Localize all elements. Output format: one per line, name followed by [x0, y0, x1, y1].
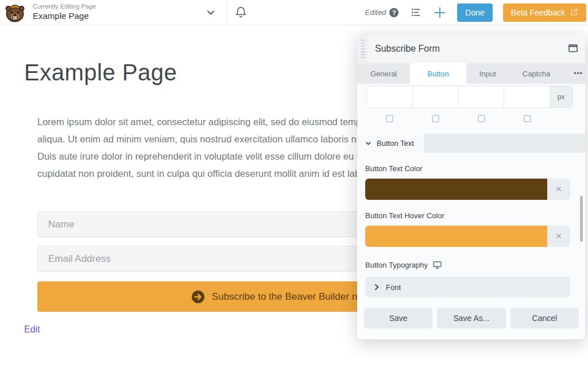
dimension-input-right[interactable]: [413, 86, 459, 107]
page-switcher-chevron-down-icon[interactable]: [205, 7, 216, 18]
tab-button[interactable]: Button: [410, 63, 466, 84]
tab-overflow-menu[interactable]: •••: [563, 63, 585, 84]
tab-captcha[interactable]: Captcha: [509, 63, 563, 84]
page-heading: Example Page: [24, 60, 177, 86]
save-button[interactable]: Save: [364, 308, 432, 328]
cancel-button[interactable]: Cancel: [510, 308, 579, 328]
dimension-input-top[interactable]: [367, 86, 413, 107]
responsive-monitor-icon[interactable]: [433, 261, 442, 269]
add-content-plus-icon[interactable]: [433, 6, 447, 20]
beta-feedback-button[interactable]: Beta Feedback: [503, 3, 586, 22]
button-typography-label: Button Typography: [365, 261, 570, 269]
topbar-divider: [226, 0, 227, 25]
link-toggle-icon[interactable]: [432, 115, 439, 122]
top-bar: Currently Editing Page Example Page Edit…: [0, 0, 588, 25]
chevron-down-icon: [365, 140, 372, 146]
save-as-button[interactable]: Save As...: [437, 308, 505, 328]
button-text-hover-color-label: Button Text Hover Color: [365, 211, 570, 220]
dimension-link-toggles: [366, 113, 573, 124]
dimension-input-left[interactable]: [504, 86, 550, 107]
chevron-right-icon: [374, 284, 380, 291]
external-link-icon: [570, 8, 578, 17]
panel-header: Subscribe Form: [357, 34, 585, 63]
beaver-builder-editor: Currently Editing Page Example Page Edit…: [0, 0, 588, 379]
done-button-label: Done: [465, 8, 484, 17]
dimension-input-bottom[interactable]: [459, 86, 505, 107]
panel-tab-bar: General Button Input Captcha •••: [357, 63, 585, 84]
topbar-actions: Edited ? Done Beta Feedback: [365, 0, 586, 25]
editing-page-title: Example Page: [33, 11, 96, 21]
button-text-hover-color-control: ×: [365, 226, 570, 247]
link-toggle-icon[interactable]: [524, 115, 531, 122]
outline-panel-icon[interactable]: [409, 6, 423, 20]
font-expander-label: Font: [386, 283, 401, 292]
tab-input[interactable]: Input: [466, 63, 509, 84]
button-text-color-swatch[interactable]: [365, 179, 547, 200]
button-text-color-control: ×: [365, 179, 570, 200]
edited-help-icon[interactable]: ?: [389, 8, 399, 17]
done-button[interactable]: Done: [457, 3, 492, 22]
button-text-section-content: Button Text Color × Button Text Hover Co…: [357, 164, 585, 304]
subscribe-form-settings-panel: Subscribe Form General Button Input Capt…: [357, 34, 585, 339]
panel-title: Subscribe Form: [375, 44, 440, 54]
dock-window-icon[interactable]: [568, 44, 578, 52]
link-toggle-icon[interactable]: [478, 115, 485, 122]
beta-feedback-label: Beta Feedback: [511, 8, 565, 17]
panel-footer: Save Save As... Cancel: [357, 304, 585, 339]
panel-drag-handle[interactable]: [357, 34, 368, 63]
clear-color-icon[interactable]: ×: [547, 179, 570, 200]
link-toggle-icon[interactable]: [386, 115, 393, 122]
button-text-color-label: Button Text Color: [365, 164, 570, 173]
notifications-bell-icon[interactable]: [234, 6, 247, 19]
current-page-info: Currently Editing Page Example Page: [33, 3, 96, 21]
edit-link[interactable]: Edit: [24, 324, 40, 335]
typography-label-text: Button Typography: [365, 261, 428, 269]
editing-kicker: Currently Editing Page: [33, 3, 96, 10]
panel-body: px Button Text Button Text Color: [357, 84, 585, 304]
circle-arrow-icon: [192, 291, 204, 303]
section-title: Button Text: [377, 139, 414, 148]
edited-status: Edited: [365, 8, 386, 17]
beaver-builder-logo-icon[interactable]: [5, 2, 25, 23]
font-expander[interactable]: Font: [365, 277, 570, 297]
button-text-section-header[interactable]: Button Text: [357, 134, 585, 153]
unit-selector[interactable]: px: [550, 86, 572, 107]
tab-general[interactable]: General: [357, 63, 410, 84]
button-text-hover-color-swatch[interactable]: [365, 226, 547, 247]
padding-dimension-inputs: px: [366, 86, 573, 108]
button-text-section-tab: Button Text: [357, 134, 424, 153]
panel-scrollbar[interactable]: [580, 196, 583, 242]
clear-color-icon[interactable]: ×: [547, 226, 570, 247]
